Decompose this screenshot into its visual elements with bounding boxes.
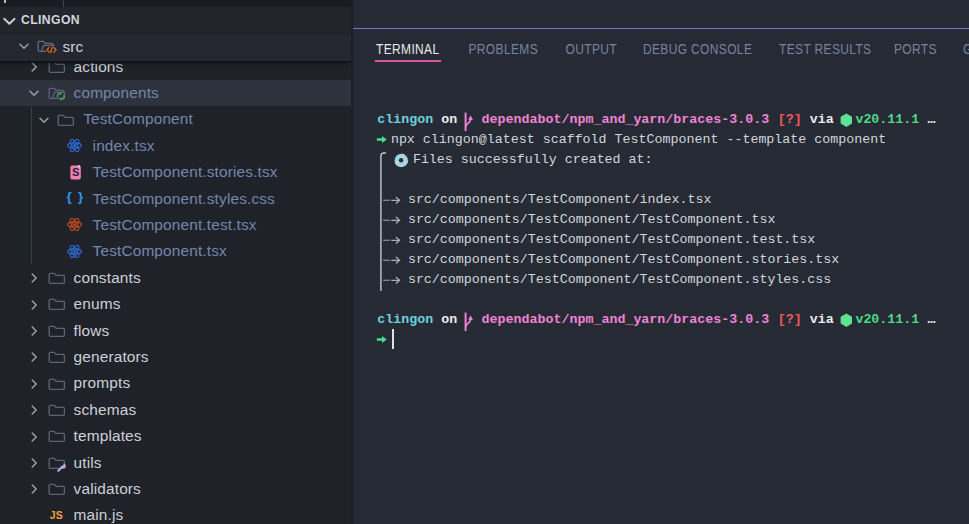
svg-text:S: S — [72, 166, 79, 178]
